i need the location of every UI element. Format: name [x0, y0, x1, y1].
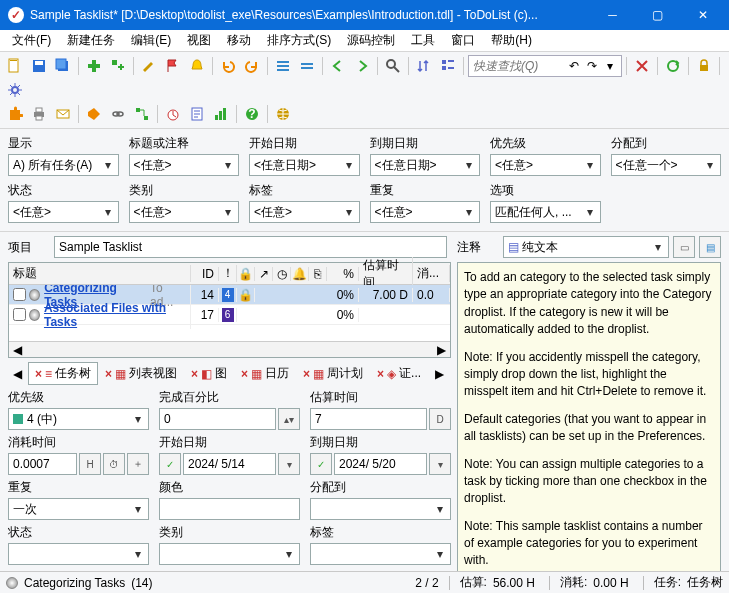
menu-工具[interactable]: 工具 — [403, 30, 443, 51]
filter-combo-标签[interactable]: <任意>▾ — [249, 201, 360, 223]
undo-icon[interactable] — [217, 55, 239, 77]
scroll-right-icon[interactable]: ▶ — [433, 343, 450, 357]
menu-新建任务[interactable]: 新建任务 — [59, 30, 123, 51]
recur-combo[interactable]: 一次▾ — [8, 498, 149, 520]
menu-窗口[interactable]: 窗口 — [443, 30, 483, 51]
spent-unit[interactable]: H — [79, 453, 101, 475]
link-icon[interactable] — [107, 103, 129, 125]
filter-combo-显示[interactable]: A) 所有任务(A)▾ — [8, 154, 119, 176]
start-cal-icon[interactable]: ▾ — [278, 453, 300, 475]
menu-移动[interactable]: 移动 — [219, 30, 259, 51]
filter-icon[interactable] — [437, 55, 459, 77]
est-unit[interactable]: D — [429, 408, 451, 430]
status-combo[interactable]: ▾ — [8, 543, 149, 565]
notes-format-combo[interactable]: ▤ 纯文本 ▾ — [503, 236, 669, 258]
save-all-icon[interactable] — [52, 55, 74, 77]
quick-find-next-icon[interactable]: ↷ — [583, 57, 601, 75]
analyze-icon[interactable] — [210, 103, 232, 125]
notes-btn-2[interactable]: ▤ — [699, 236, 721, 258]
quick-find-dd-icon[interactable]: ▾ — [601, 57, 619, 75]
tab-prev-icon[interactable]: ◀ — [8, 367, 26, 381]
filter-combo-类别[interactable]: <任意>▾ — [129, 201, 240, 223]
filter-combo-选项[interactable]: 匹配任何人, ...▾ — [490, 201, 601, 223]
close-icon[interactable]: × — [241, 367, 248, 381]
project-input[interactable] — [54, 236, 447, 258]
due-cal-icon[interactable]: ▾ — [429, 453, 451, 475]
menu-视图[interactable]: 视图 — [179, 30, 219, 51]
col-arrow[interactable]: ↗ — [255, 267, 273, 281]
mail-icon[interactable] — [52, 103, 74, 125]
col-last[interactable]: 消... — [413, 265, 450, 282]
col-title[interactable]: 标题 — [9, 265, 191, 282]
edit-icon[interactable] — [138, 55, 160, 77]
filter-combo-到期日期[interactable]: <任意日期>▾ — [370, 154, 481, 176]
minimize-button[interactable]: ─ — [590, 0, 635, 30]
next-icon[interactable] — [351, 55, 373, 77]
due-input[interactable]: 2024/ 5/20 — [334, 453, 427, 475]
delete-icon[interactable] — [631, 55, 653, 77]
pct-input[interactable]: 0 — [159, 408, 276, 430]
close-icon[interactable]: × — [191, 367, 198, 381]
maximize-button[interactable]: ▢ — [635, 0, 680, 30]
col-lock[interactable]: 🔒 — [237, 267, 255, 281]
view-tab-日历[interactable]: ×▦日历 — [234, 362, 296, 385]
spent-add-icon[interactable]: ＋ — [127, 453, 149, 475]
priority-combo[interactable]: 4 (中)▾ — [8, 408, 149, 430]
new-file-icon[interactable] — [4, 55, 26, 77]
col-clock[interactable]: ◷ — [273, 267, 291, 281]
help-icon[interactable]: ? — [241, 103, 263, 125]
assign-combo[interactable]: ▾ — [310, 498, 451, 520]
menu-源码控制[interactable]: 源码控制 — [339, 30, 403, 51]
expand-icon[interactable] — [272, 55, 294, 77]
filter-combo-标题或注释[interactable]: <任意>▾ — [129, 154, 240, 176]
row-checkbox[interactable] — [13, 308, 26, 321]
view-tab-图[interactable]: ×◧图 — [184, 362, 234, 385]
col-excl[interactable]: ！ — [219, 265, 237, 282]
notes-btn-1[interactable]: ▭ — [673, 236, 695, 258]
category-combo[interactable]: ▾ — [159, 543, 300, 565]
menu-文件(F)[interactable]: 文件(F) — [4, 30, 59, 51]
tag-icon[interactable] — [83, 103, 105, 125]
menu-编辑(E)[interactable]: 编辑(E) — [123, 30, 179, 51]
start-input[interactable]: 2024/ 5/14 — [183, 453, 276, 475]
view-tab-列表视图[interactable]: ×▦列表视图 — [98, 362, 184, 385]
bell-icon[interactable] — [186, 55, 208, 77]
menu-排序方式(S)[interactable]: 排序方式(S) — [259, 30, 339, 51]
globe-icon[interactable] — [272, 103, 294, 125]
close-icon[interactable]: × — [35, 367, 42, 381]
collapse-icon[interactable] — [296, 55, 318, 77]
tags-combo[interactable]: ▾ — [310, 543, 451, 565]
log-icon[interactable] — [186, 103, 208, 125]
sort-icon[interactable] — [413, 55, 435, 77]
view-tab-周计划[interactable]: ×▦周计划 — [296, 362, 370, 385]
filter-combo-分配到[interactable]: <任意一个>▾ — [611, 154, 722, 176]
scroll-left-icon[interactable]: ◀ — [9, 343, 26, 357]
quick-find-input[interactable] — [473, 59, 565, 73]
view-tab-任务树[interactable]: ×≡任务树 — [28, 362, 98, 385]
settings-icon[interactable] — [4, 79, 26, 101]
task-table[interactable]: 标题 ID ！ 🔒 ↗ ◷ 🔔 ⎘ % 估算时间 消... Categorizi… — [8, 262, 451, 358]
spent-input[interactable]: 0.0007 — [8, 453, 77, 475]
col-link[interactable]: ⎘ — [309, 267, 327, 281]
menu-帮助(H)[interactable]: 帮助(H) — [483, 30, 540, 51]
color-combo[interactable]: 样本文字 — [159, 498, 300, 520]
filter-combo-重复[interactable]: <任意>▾ — [370, 201, 481, 223]
print-icon[interactable] — [28, 103, 50, 125]
due-check[interactable]: ✓ — [310, 453, 332, 475]
est-input[interactable]: 7 — [310, 408, 427, 430]
find-icon[interactable] — [382, 55, 404, 77]
close-icon[interactable]: × — [303, 367, 310, 381]
redo-icon[interactable] — [241, 55, 263, 77]
puzzle-icon[interactable] — [4, 103, 26, 125]
start-check[interactable]: ✓ — [159, 453, 181, 475]
filter-combo-优先级[interactable]: <任意>▾ — [490, 154, 601, 176]
col-pct[interactable]: % — [327, 267, 359, 281]
add-task-icon[interactable] — [83, 55, 105, 77]
add-subtask-icon[interactable] — [107, 55, 129, 77]
timer-icon[interactable] — [162, 103, 184, 125]
refresh-icon[interactable] — [662, 55, 684, 77]
spinner-icon[interactable]: ▴▾ — [278, 408, 300, 430]
prev-icon[interactable] — [327, 55, 349, 77]
table-row[interactable]: Associated Files with Tasks1760% — [9, 305, 450, 325]
dependency-icon[interactable] — [131, 103, 153, 125]
